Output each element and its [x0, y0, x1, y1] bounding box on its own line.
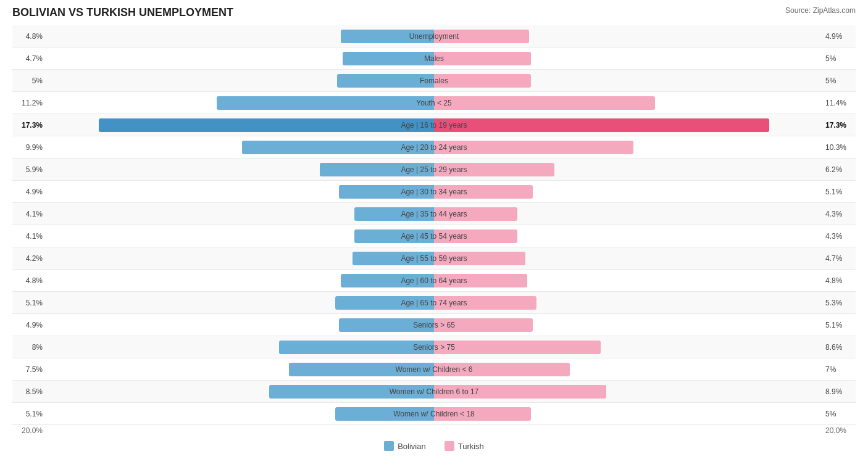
left-value: 4.8%: [12, 32, 46, 41]
chart-title: BOLIVIAN VS TURKISH UNEMPLOYMENT: [12, 6, 233, 19]
bar-wrapper: Age | 45 to 54 years: [46, 225, 822, 247]
left-value: 4.7%: [12, 54, 46, 63]
bar-turkish: [434, 141, 633, 154]
right-value: 5%: [822, 54, 856, 63]
chart-row: 4.7% Males 5%: [12, 48, 856, 70]
chart-row: 5.9% Age | 25 to 29 years 6.2%: [12, 159, 856, 181]
chart-row: 17.3% Age | 16 to 19 years 17.3%: [12, 114, 856, 136]
bar-wrapper: Age | 35 to 44 years: [46, 203, 822, 225]
chart-row: 5.1% Age | 65 to 74 years 5.3%: [12, 292, 856, 314]
chart-row: 4.2% Age | 55 to 59 years 4.7%: [12, 247, 856, 270]
bars-container: Age | 35 to 44 years: [46, 203, 822, 225]
bar-bolivian: [343, 52, 434, 65]
right-value: 7%: [822, 365, 856, 374]
right-value: 5.1%: [822, 188, 856, 196]
bar-wrapper: Females: [46, 70, 822, 91]
left-value: 4.2%: [12, 254, 46, 263]
bars-container: Women w/ Children < 6: [46, 358, 822, 380]
chart-row: 4.1% Age | 45 to 54 years 4.3%: [12, 225, 856, 247]
left-value: 11.2%: [12, 99, 46, 107]
bar-wrapper: Unemployment: [46, 25, 822, 47]
right-value: 5.3%: [822, 299, 856, 307]
bars-container: Females: [46, 70, 822, 91]
bar-turkish: [434, 341, 601, 354]
bolivian-label: Bolivian: [398, 442, 426, 451]
left-value: 5%: [12, 76, 46, 85]
bar-wrapper: Seniors > 75: [46, 336, 822, 358]
right-value: 6.2%: [822, 165, 856, 174]
turkish-color-box: [444, 441, 454, 451]
left-value: 5.1%: [12, 299, 46, 307]
bar-bolivian: [320, 163, 434, 176]
left-value: 9.9%: [12, 143, 46, 152]
bar-turkish: [434, 52, 531, 65]
chart-row: 5% Females 5%: [12, 70, 856, 92]
chart-row: 8% Seniors > 75 8.6%: [12, 336, 856, 358]
bar-turkish: [434, 30, 529, 43]
bar-bolivian: [335, 296, 434, 310]
chart-row: 4.1% Age | 35 to 44 years 4.3%: [12, 203, 856, 225]
bar-wrapper: Males: [46, 48, 822, 69]
bars-container: Age | 16 to 19 years: [46, 114, 822, 136]
bars-container: Age | 20 to 24 years: [46, 136, 822, 158]
left-value: 5.1%: [12, 410, 46, 418]
bars-container: Age | 55 to 59 years: [46, 247, 822, 269]
right-value: 5.1%: [822, 321, 856, 329]
bar-wrapper: Age | 30 to 34 years: [46, 181, 822, 202]
left-value: 4.9%: [12, 188, 46, 196]
source-label: Source: ZipAtlas.com: [785, 6, 856, 15]
right-value: 17.3%: [822, 121, 856, 130]
right-value: 4.3%: [822, 210, 856, 218]
bars-container: Women w/ Children 6 to 17: [46, 381, 822, 402]
bars-container: Seniors > 65: [46, 314, 822, 336]
chart-row: 5.1% Women w/ Children < 18 5%: [12, 403, 856, 425]
bars-container: Age | 65 to 74 years: [46, 292, 822, 313]
bar-bolivian: [341, 274, 434, 287]
right-value: 4.9%: [822, 32, 856, 41]
bar-bolivian: [289, 363, 435, 376]
bars-container: Women w/ Children < 18: [46, 403, 822, 424]
bar-wrapper: Age | 55 to 59 years: [46, 247, 822, 269]
chart-row: 4.9% Seniors > 65 5.1%: [12, 314, 856, 336]
bar-wrapper: Age | 60 to 64 years: [46, 270, 822, 291]
bar-turkish: [434, 96, 655, 110]
right-value: 8.6%: [822, 343, 856, 352]
bar-bolivian: [354, 207, 434, 221]
chart-row: 11.2% Youth < 25 11.4%: [12, 92, 856, 114]
bar-bolivian: [341, 30, 434, 43]
bar-bolivian: [279, 341, 434, 354]
bar-bolivian: [353, 252, 434, 265]
right-value: 4.3%: [822, 232, 856, 241]
bar-wrapper: Age | 65 to 74 years: [46, 292, 822, 313]
legend-turkish: Turkish: [444, 441, 484, 451]
bar-turkish: [434, 118, 769, 132]
chart-row: 4.8% Unemployment 4.9%: [12, 25, 856, 48]
bar-turkish: [434, 185, 533, 199]
bar-bolivian: [99, 118, 434, 132]
bar-bolivian: [339, 318, 434, 332]
bar-turkish: [434, 363, 570, 376]
axis-right-label: 20.0%: [822, 426, 856, 435]
left-value: 4.1%: [12, 210, 46, 218]
bar-turkish: [434, 385, 606, 399]
bar-bolivian: [242, 141, 434, 154]
axis-left-label: 20.0%: [12, 426, 46, 435]
right-value: 5%: [822, 410, 856, 418]
right-value: 11.4%: [822, 99, 856, 107]
right-value: 5%: [822, 76, 856, 85]
bars-container: Youth < 25: [46, 92, 822, 114]
bars-container: Age | 45 to 54 years: [46, 225, 822, 247]
left-value: 4.8%: [12, 276, 46, 285]
left-value: 5.9%: [12, 165, 46, 174]
left-value: 8%: [12, 343, 46, 352]
bars-container: Age | 30 to 34 years: [46, 181, 822, 202]
bar-wrapper: Youth < 25: [46, 92, 822, 114]
bar-wrapper: Age | 16 to 19 years: [46, 114, 822, 136]
bars-container: Seniors > 75: [46, 336, 822, 358]
bar-turkish: [434, 318, 533, 332]
bar-turkish: [434, 207, 517, 221]
bar-turkish: [434, 229, 517, 243]
chart-area: 4.8% Unemployment 4.9% 4.7% Males 5% 5: [12, 25, 856, 435]
turkish-label: Turkish: [458, 442, 484, 451]
bar-wrapper: Seniors > 65: [46, 314, 822, 336]
